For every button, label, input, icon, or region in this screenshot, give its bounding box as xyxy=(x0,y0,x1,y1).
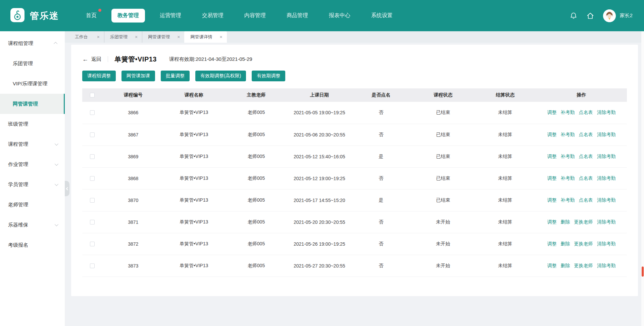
table-row: 3873 单簧管•VIP13 老师005 2021-05-27 20:30~20… xyxy=(82,255,627,277)
sidebar-item[interactable]: 班级管理 xyxy=(0,114,65,134)
toolbar-button[interactable]: 网管课加课 xyxy=(121,71,155,81)
row-action-link[interactable]: 调整 xyxy=(547,197,556,203)
row-action-link[interactable]: 点名表 xyxy=(579,132,593,137)
toolbar-button[interactable]: 有效期调整(高权限) xyxy=(195,71,246,81)
sidebar-item[interactable]: 学员管理 xyxy=(0,174,65,195)
tab-close-icon[interactable]: × xyxy=(219,35,222,39)
sidebar-item[interactable]: 课程管理 xyxy=(0,134,65,154)
workspace-tab[interactable]: 乐团管理 × xyxy=(104,31,142,43)
top-nav-item[interactable]: 教务管理 xyxy=(111,9,145,23)
date-cell: 2021-05-12 19:00~19:25 xyxy=(289,167,350,189)
settlement-cell: 未结算 xyxy=(475,146,536,167)
chevron-up-icon xyxy=(54,42,57,46)
row-action-link[interactable]: 调整 xyxy=(547,219,556,225)
sidebar-collapse-handle[interactable] xyxy=(65,181,69,196)
actions-cell: 调整补考勤点名表清除考勤 xyxy=(536,146,627,167)
row-action-link[interactable]: 点名表 xyxy=(579,175,593,181)
row-action-link[interactable]: 清除考勤 xyxy=(597,132,615,137)
row-action-link[interactable]: 删除 xyxy=(560,241,570,246)
row-action-link[interactable]: 调整 xyxy=(547,241,556,246)
workspace-tab[interactable]: 网管课管理 × xyxy=(142,31,184,43)
row-action-link[interactable]: 补考勤 xyxy=(560,132,575,137)
row-select-cell xyxy=(82,211,102,233)
row-action-link[interactable]: 清除考勤 xyxy=(597,154,615,159)
workspace-tab[interactable]: 网管课详情 × xyxy=(184,31,227,43)
row-checkbox[interactable] xyxy=(90,198,95,203)
bell-icon[interactable] xyxy=(569,12,578,20)
row-select-cell xyxy=(82,102,102,124)
row-action-link[interactable]: 调整 xyxy=(547,263,556,268)
brand-name: 管乐迷 xyxy=(30,10,59,22)
toolbar-button[interactable]: 课程组调整 xyxy=(82,71,116,81)
top-nav-item[interactable]: 商品管理 xyxy=(281,9,314,23)
row-checkbox[interactable] xyxy=(90,154,95,159)
teacher-cell: 老师005 xyxy=(224,102,289,124)
sidebar-item[interactable]: VIP/乐理课管理 xyxy=(0,74,65,94)
row-action-link[interactable]: 清除考勤 xyxy=(597,197,615,203)
home-icon[interactable] xyxy=(586,12,594,20)
row-action-link[interactable]: 清除考勤 xyxy=(597,110,615,115)
teacher-cell: 老师005 xyxy=(224,124,289,146)
back-button[interactable]: ← 返回 xyxy=(82,56,101,63)
tab-close-icon[interactable]: × xyxy=(135,35,138,39)
brand-logo[interactable]: 管乐迷 xyxy=(0,8,59,24)
row-action-link[interactable]: 补考勤 xyxy=(560,110,575,115)
row-action-link[interactable]: 更换老师 xyxy=(574,241,593,246)
row-action-link[interactable]: 更换老师 xyxy=(574,263,593,268)
user-avatar[interactable] xyxy=(603,9,616,22)
row-action-link[interactable]: 点名表 xyxy=(579,110,593,115)
row-checkbox[interactable] xyxy=(90,220,95,225)
toolbar-button[interactable]: 批量调整 xyxy=(161,71,190,81)
row-action-link[interactable]: 清除考勤 xyxy=(597,241,615,246)
tab-close-icon[interactable]: × xyxy=(177,35,180,39)
row-action-link[interactable]: 清除考勤 xyxy=(597,263,615,268)
row-checkbox[interactable] xyxy=(90,242,95,246)
sidebar-item[interactable]: 课程组管理 xyxy=(0,33,65,53)
row-action-link[interactable]: 补考勤 xyxy=(560,154,575,159)
teacher-cell: 老师005 xyxy=(224,167,289,189)
teacher-cell: 老师005 xyxy=(224,233,289,255)
tab-close-icon[interactable]: × xyxy=(97,35,100,39)
row-action-link[interactable]: 删除 xyxy=(560,263,570,268)
row-action-link[interactable]: 清除考勤 xyxy=(597,175,615,181)
actions-cell: 调整删除更换老师清除考勤 xyxy=(536,255,627,277)
row-checkbox[interactable] xyxy=(90,132,95,137)
notification-dot xyxy=(98,9,101,12)
sidebar-item[interactable]: 乐团管理 xyxy=(0,53,65,74)
course-validity: 课程有效期:2021-04-30至2021-05-29 xyxy=(169,56,252,63)
row-checkbox[interactable] xyxy=(90,176,95,181)
row-checkbox[interactable] xyxy=(90,110,95,115)
row-action-link[interactable]: 清除考勤 xyxy=(597,219,615,225)
top-nav-item[interactable]: 首页 xyxy=(80,9,103,23)
row-action-link[interactable]: 调整 xyxy=(547,154,556,159)
row-action-link[interactable]: 点名表 xyxy=(579,197,593,203)
workspace-tab[interactable]: 工作台 × xyxy=(69,31,104,43)
row-checkbox[interactable] xyxy=(90,263,95,268)
rollcall-cell: 是 xyxy=(350,189,411,211)
row-select-cell xyxy=(82,189,102,211)
top-nav-item[interactable]: 系统设置 xyxy=(365,9,399,23)
row-action-link[interactable]: 删除 xyxy=(560,219,570,225)
sidebar-item[interactable]: 老师管理 xyxy=(0,195,65,215)
sidebar-item[interactable]: 网管课管理 xyxy=(0,94,65,114)
toolbar-button[interactable]: 有效期调整 xyxy=(252,71,285,81)
sidebar-item[interactable]: 乐器维保 xyxy=(0,215,65,235)
select-all-checkbox[interactable] xyxy=(90,93,95,97)
row-action-link[interactable]: 补考勤 xyxy=(560,175,575,181)
row-action-link[interactable]: 点名表 xyxy=(579,154,593,159)
row-action-link[interactable]: 更换老师 xyxy=(574,219,593,225)
row-action-link[interactable]: 调整 xyxy=(547,175,556,181)
top-nav-item[interactable]: 运营管理 xyxy=(154,9,187,23)
sidebar-item[interactable]: 作业管理 xyxy=(0,154,65,174)
row-action-link[interactable]: 调整 xyxy=(547,132,556,137)
top-nav-item[interactable]: 内容管理 xyxy=(238,9,272,23)
actions-cell: 调整删除更换老师清除考勤 xyxy=(536,211,627,233)
top-nav-item[interactable]: 报表中心 xyxy=(323,9,356,23)
sidebar-item[interactable]: 考级报名 xyxy=(0,235,65,255)
row-action-link[interactable]: 调整 xyxy=(547,110,556,115)
column-header: 结算状态 xyxy=(475,88,536,102)
page-scrollbar-thumb[interactable] xyxy=(642,267,644,277)
user-name[interactable]: 家长2 xyxy=(620,12,633,19)
row-action-link[interactable]: 补考勤 xyxy=(560,197,575,203)
top-nav-item[interactable]: 交易管理 xyxy=(196,9,230,23)
